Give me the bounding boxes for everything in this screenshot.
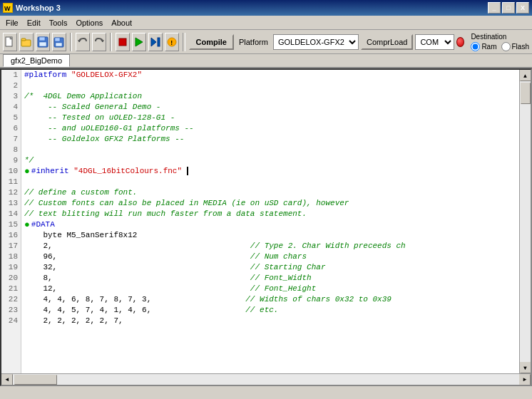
scroll-thumb-v[interactable]	[521, 83, 531, 104]
tab-label: gfx2_BigDemo	[11, 56, 62, 65]
menu-tools[interactable]: Tools	[45, 17, 72, 28]
radio-flash-label[interactable]: Flash	[501, 42, 529, 51]
line-content: 4, 4, 6, 8, 7, 8, 7, 3, // Widths of cha…	[24, 294, 392, 305]
line-number: 15	[4, 219, 18, 230]
line-number: 18	[4, 252, 18, 262]
scrollbar-vertical[interactable]: ▲ ▼	[519, 70, 531, 373]
code-line: ●#DATA	[24, 219, 516, 230]
platform-label: Platform	[239, 38, 268, 46]
line-content: */	[24, 155, 34, 166]
svg-marker-15	[135, 38, 143, 46]
menu-about[interactable]: About	[107, 17, 136, 28]
line-number: 4	[4, 102, 18, 113]
menu-bar: File Edit Tools Options About	[0, 16, 532, 30]
undo-button[interactable]	[76, 33, 90, 51]
menu-options[interactable]: Options	[71, 17, 107, 28]
svg-text:!: !	[170, 40, 173, 47]
platform-select[interactable]: GOLDELOX-GFX2	[273, 34, 359, 50]
destination-group: Destination Ram Flash	[471, 33, 529, 51]
code-line: -- and uOLED160-G1 platforms --	[24, 123, 516, 134]
line-number: 13	[4, 198, 18, 209]
line-content: 12, // Font_Height	[24, 284, 316, 294]
line-content: byte M5_5anSerif8x12	[24, 230, 137, 241]
com-select[interactable]: COM 3	[415, 34, 454, 50]
scroll-up-button[interactable]: ▲	[520, 70, 531, 81]
compile-button[interactable]: Compile	[189, 34, 234, 50]
line-content: -- Scaled General Demo -	[24, 102, 160, 113]
title-bar: W Workshop 3 _ □ X	[0, 0, 532, 16]
close-button[interactable]: X	[516, 2, 529, 14]
debug-button[interactable]: !	[165, 33, 179, 51]
code-line: byte M5_5anSerif8x12	[24, 230, 516, 241]
line-number: 2	[4, 81, 18, 91]
code-line	[24, 145, 516, 155]
comprload-button[interactable]: ComprLoad	[361, 34, 413, 50]
scrollbar-horizontal[interactable]: ◄ ►	[1, 373, 531, 385]
title-bar-left: W Workshop 3	[3, 3, 61, 13]
scroll-track-h[interactable]	[13, 374, 519, 385]
svg-rect-8	[39, 42, 46, 46]
scroll-track-v[interactable]	[520, 81, 531, 362]
svg-rect-14	[119, 38, 126, 46]
line-number: 24	[4, 316, 18, 326]
scroll-right-button[interactable]: ►	[519, 374, 531, 385]
line-content: /* 4DGL Demo Application	[24, 91, 142, 102]
save-all-button[interactable]	[52, 33, 66, 51]
radio-flash-text: Flash	[512, 43, 529, 51]
save-button[interactable]	[36, 33, 50, 51]
code-line: 4, 4, 6, 8, 7, 8, 7, 3, // Widths of cha…	[24, 294, 516, 305]
line-number: 6	[4, 123, 18, 134]
minimize-button[interactable]: _	[488, 2, 501, 14]
new-button[interactable]	[3, 33, 17, 51]
svg-rect-10	[55, 38, 60, 41]
line-number: 19	[4, 262, 18, 273]
line-bullet: ●	[24, 166, 30, 177]
open-button[interactable]	[19, 33, 34, 51]
editor-container: 123456789101112131415161718192021222324 …	[0, 68, 532, 386]
line-number: 12	[4, 187, 18, 198]
line-content: -- Tested on uOLED-128-G1 -	[24, 113, 175, 123]
destination-radios: Ram Flash	[471, 42, 529, 51]
app-icon: W	[3, 3, 13, 13]
menu-edit[interactable]: Edit	[23, 17, 45, 28]
step-button[interactable]	[148, 33, 163, 51]
scroll-thumb-h[interactable]	[14, 375, 57, 385]
title-controls[interactable]: _ □ X	[488, 2, 529, 14]
line-content: // define a custom font.	[24, 187, 137, 198]
code-line: 4, 4, 5, 7, 4, 1, 4, 6, // etc.	[24, 305, 516, 316]
code-line: 8, // Font_Width	[24, 273, 516, 284]
tab-gfx2bigdemo[interactable]: gfx2_BigDemo	[3, 54, 70, 67]
scroll-left-button[interactable]: ◄	[1, 374, 13, 385]
editor-scroll: 123456789101112131415161718192021222324 …	[1, 70, 531, 373]
maximize-button[interactable]: □	[502, 2, 515, 14]
code-line: */	[24, 155, 516, 166]
code-line: -- Tested on uOLED-128-G1 -	[24, 113, 516, 123]
scroll-down-button[interactable]: ▼	[520, 362, 531, 373]
stop-button[interactable]	[116, 33, 130, 51]
code-line	[24, 177, 516, 187]
line-numbers: 123456789101112131415161718192021222324	[1, 70, 21, 373]
line-bullet: ●	[24, 219, 30, 230]
run-button[interactable]	[132, 33, 146, 51]
line-content: -- Goldelox GFX2 Platforms --	[24, 134, 184, 145]
toolbar-separator-1	[70, 33, 73, 51]
radio-flash[interactable]	[501, 42, 511, 51]
code-line: #platform "GOLDELOX-GFX2"	[24, 70, 516, 81]
line-number: 17	[4, 241, 18, 252]
menu-file[interactable]: File	[1, 17, 23, 28]
line-content: #platform "GOLDELOX-GFX2"	[24, 70, 142, 81]
line-content: 96, // Num chars	[24, 252, 307, 262]
code-area[interactable]: #platform "GOLDELOX-GFX2"/* 4DGL Demo Ap…	[21, 70, 519, 373]
code-line: 96, // Num chars	[24, 252, 516, 262]
code-line	[24, 81, 516, 91]
destination-label: Destination	[471, 33, 529, 41]
svg-rect-17	[158, 38, 160, 46]
code-line: 2, // Type 2. Char Width preceeds ch	[24, 241, 516, 252]
redo-button[interactable]	[92, 33, 106, 51]
code-line: 2, 2, 2, 2, 2, 7,	[24, 316, 516, 326]
connection-indicator	[456, 37, 464, 47]
radio-ram[interactable]	[471, 42, 480, 51]
tab-bar: gfx2_BigDemo	[0, 54, 532, 68]
radio-ram-label[interactable]: Ram	[471, 42, 496, 51]
code-line: 32, // Starting Char	[24, 262, 516, 273]
